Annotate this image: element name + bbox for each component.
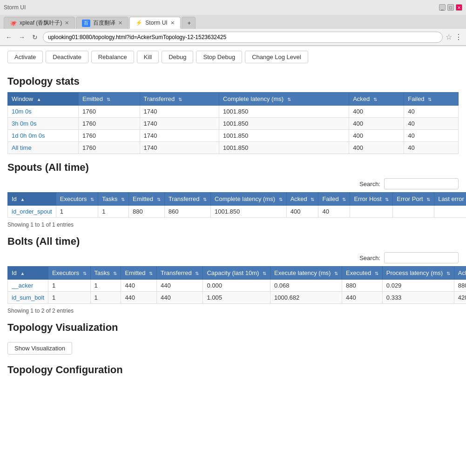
bt-exec-lat-1: 1000.682 — [270, 292, 342, 304]
spout-sort-error-port: ⇅ — [426, 197, 430, 202]
sp-tasks-0: 1 — [98, 206, 129, 218]
forward-btn[interactable]: → — [17, 32, 27, 42]
minimize-btn[interactable]: _ — [439, 4, 446, 11]
sp-latency-0: 1001.850 — [211, 206, 287, 218]
spouts-search-input[interactable] — [384, 178, 459, 189]
spouts-showing: Showing 1 to 1 of 1 entries — [7, 221, 459, 228]
bt-emitted-0: 440 — [121, 280, 157, 292]
tab-storm-close[interactable]: ✕ — [170, 20, 175, 26]
ts-window-1: 3h 0m 0s — [8, 118, 79, 130]
bolt-col-proc-latency[interactable]: Process latency (ms) ⇅ — [382, 267, 454, 280]
col-failed[interactable]: Failed ⇅ — [404, 93, 459, 106]
bolt-col-emitted[interactable]: Emitted ⇅ — [121, 267, 157, 280]
tab-baidu-close[interactable]: ✕ — [118, 20, 122, 26]
bolt-col-id[interactable]: Id ▲ — [8, 267, 48, 280]
bt-transferred-1: 440 — [157, 292, 203, 304]
spout-col-executors[interactable]: Executors ⇅ — [56, 193, 98, 206]
bolt-col-exec-latency[interactable]: Execute latency (ms) ⇅ — [270, 267, 342, 280]
spout-col-tasks[interactable]: Tasks ⇅ — [98, 193, 129, 206]
spout-sort-transferred: ⇅ — [203, 197, 207, 202]
spout-col-latency[interactable]: Complete latency (ms) ⇅ — [211, 193, 287, 206]
bolt-col-tasks[interactable]: Tasks ⇅ — [90, 267, 121, 280]
col-window[interactable]: Window ▲ — [8, 93, 79, 106]
ts-failed-1: 40 — [404, 118, 459, 130]
tab-github-close[interactable]: ✕ — [65, 20, 69, 26]
col-transferred[interactable]: Transferred ⇅ — [140, 93, 219, 106]
spout-col-acked[interactable]: Acked ⇅ — [286, 193, 318, 206]
ts-window-link-1[interactable]: 3h 0m 0s — [12, 120, 36, 127]
spout-sort-acked: ⇅ — [311, 197, 314, 202]
bolt-col-executed[interactable]: Executed ⇅ — [342, 267, 382, 280]
storm-icon: ⚡ — [135, 20, 142, 26]
ts-window-link-2[interactable]: 1d 0h 0m 0s — [12, 132, 45, 139]
bt-acked-1: 420 — [454, 292, 466, 304]
bolt-sort-proc-latency: ⇅ — [446, 271, 450, 276]
change-log-level-button[interactable]: Change Log Level — [245, 51, 308, 63]
bolt-col-transferred[interactable]: Transferred ⇅ — [157, 267, 203, 280]
spout-col-id[interactable]: Id ▲ — [8, 193, 56, 206]
tab-baidu-label: 百度翻译 — [93, 19, 115, 27]
kill-button[interactable]: Kill — [137, 51, 159, 63]
rebalance-button[interactable]: Rebalance — [91, 51, 134, 63]
spout-sort-latency: ⇅ — [279, 197, 283, 202]
show-visualization-button[interactable]: Show Visualization — [7, 342, 72, 355]
deactivate-button[interactable]: Deactivate — [46, 51, 88, 63]
tab-storm[interactable]: ⚡ Storm UI ✕ — [129, 17, 180, 29]
back-btn[interactable]: ← — [4, 32, 14, 42]
bt-exec-0: 1 — [48, 280, 90, 292]
bolts-search-input[interactable] — [384, 252, 459, 263]
sp-exec-0: 1 — [56, 206, 98, 218]
bolts-search-label: Search: — [359, 255, 380, 261]
bt-exec-1: 1 — [48, 292, 90, 304]
ts-transferred-3: 1740 — [140, 142, 219, 154]
spout-col-last-error[interactable]: Last error ⇅ — [434, 193, 466, 206]
spout-sort-failed: ⇅ — [342, 197, 346, 202]
bolt-col-capacity[interactable]: Capacity (last 10m) ⇅ — [203, 267, 270, 280]
visualization-title: Topology Visualization — [7, 322, 459, 334]
bolt-link-0[interactable]: __acker — [12, 282, 33, 289]
stop-debug-button[interactable]: Stop Debug — [196, 51, 242, 63]
close-btn[interactable]: ✕ — [456, 4, 462, 11]
col-latency[interactable]: Complete latency (ms) ⇅ — [219, 93, 349, 106]
ts-window-link-3[interactable]: All time — [12, 144, 32, 151]
spout-col-error-host[interactable]: Error Host ⇅ — [350, 193, 393, 206]
menu-icon[interactable]: ⋮ — [455, 33, 462, 41]
bt-transferred-0: 440 — [157, 280, 203, 292]
bt-executed-1: 440 — [342, 292, 382, 304]
reload-btn[interactable]: ↻ — [30, 32, 40, 42]
bookmark-icon[interactable]: ☆ — [446, 33, 452, 41]
spout-col-transferred[interactable]: Transferred ⇅ — [164, 193, 210, 206]
tab-github[interactable]: 🐙 xpleaf (香飘叶子) ✕ — [4, 17, 75, 29]
tab-baidu[interactable]: 百 百度翻译 ✕ — [76, 17, 128, 29]
col-emitted[interactable]: Emitted ⇅ — [78, 93, 140, 106]
tab-storm-label: Storm UI — [145, 20, 167, 26]
ts-window-0: 10m 0s — [8, 106, 79, 118]
ts-window-link-0[interactable]: 10m 0s — [12, 108, 32, 115]
tab-new[interactable]: + — [182, 17, 196, 29]
ts-emitted-1: 1760 — [78, 118, 140, 130]
spout-col-emitted[interactable]: Emitted ⇅ — [129, 193, 165, 206]
spout-col-failed[interactable]: Failed ⇅ — [318, 193, 350, 206]
url-input[interactable] — [43, 32, 443, 43]
maximize-btn[interactable]: □ — [447, 4, 454, 11]
tabs-bar: 🐙 xpleaf (香飘叶子) ✕ 百 百度翻译 ✕ ⚡ Storm UI ✕ … — [0, 15, 466, 29]
spout-link-0[interactable]: id_order_spout — [12, 208, 52, 215]
table-row: id_sum_bolt 1 1 440 440 1.005 1000.682 4… — [8, 292, 466, 304]
spout-sort-emitted: ⇅ — [157, 197, 161, 202]
spout-sort-id: ▲ — [20, 197, 25, 202]
bolt-link-1[interactable]: id_sum_bolt — [12, 294, 44, 301]
bolt-col-acked[interactable]: Acked ⇅ — [454, 267, 466, 280]
configuration-title: Topology Configuration — [7, 364, 459, 376]
activate-button[interactable]: Activate — [7, 51, 43, 63]
spout-col-error-port[interactable]: Error Port ⇅ — [393, 193, 434, 206]
sort-icon-latency: ⇅ — [287, 97, 291, 102]
ts-latency-1: 1001.850 — [219, 118, 349, 130]
address-bar: ← → ↻ ☆ ⋮ — [0, 29, 466, 46]
bolt-col-executors[interactable]: Executors ⇅ — [48, 267, 90, 280]
sp-eport-0 — [393, 206, 434, 218]
debug-button[interactable]: Debug — [162, 51, 193, 63]
col-acked[interactable]: Acked ⇅ — [349, 93, 404, 106]
sort-icon-emitted: ⇅ — [107, 97, 110, 102]
bolt-sort-id: ▲ — [20, 271, 25, 276]
table-row: 3h 0m 0s 1760 1740 1001.850 400 40 — [8, 118, 459, 130]
